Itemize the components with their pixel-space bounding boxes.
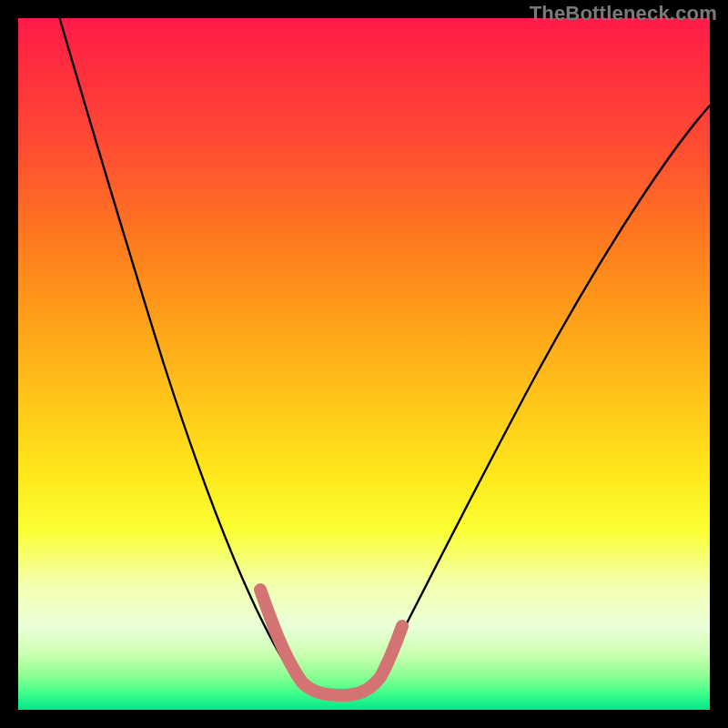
curve-layer [18, 18, 710, 710]
bottleneck-curve [44, 18, 710, 693]
plot-area [18, 18, 710, 710]
watermark-text: TheBottleneck.com [530, 2, 717, 25]
highlight-segment [260, 590, 402, 695]
chart-frame: TheBottleneck.com [0, 0, 728, 728]
